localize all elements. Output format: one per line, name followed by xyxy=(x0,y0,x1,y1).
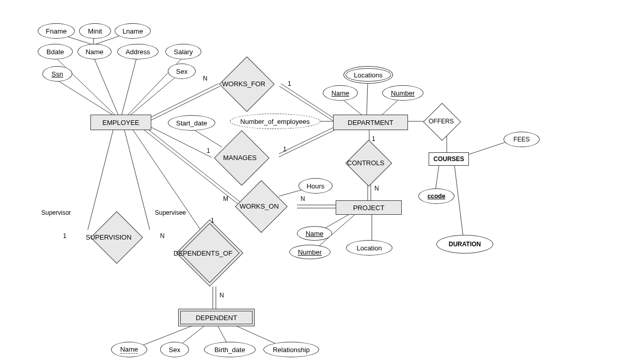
svg-line-5 xyxy=(121,57,137,116)
attr-name-emp: Name xyxy=(77,44,112,59)
card-n-controls: N xyxy=(374,185,379,192)
entity-project: PROJECT xyxy=(336,200,402,215)
svg-line-45 xyxy=(454,165,463,238)
attr-name-proj: Name xyxy=(297,226,332,241)
card-1-controls: 1 xyxy=(372,135,375,143)
svg-line-33 xyxy=(124,128,150,230)
role-supervisee: Supervisee xyxy=(155,209,186,216)
svg-line-34 xyxy=(132,128,204,235)
card-1-supervision: 1 xyxy=(63,232,67,240)
entity-department: DEPARTMENT xyxy=(333,115,408,130)
card-1-manages-r: 1 xyxy=(283,146,287,153)
attr-location-proj: Location xyxy=(346,240,392,256)
card-n-depof: N xyxy=(219,292,224,299)
role-supervisor: Supervisor xyxy=(41,209,71,216)
attr-name-dep: Name xyxy=(111,342,147,357)
attr-number-proj: Number xyxy=(289,245,331,259)
attr-num-employees: Number_of_employees xyxy=(230,114,320,129)
svg-line-20 xyxy=(382,98,400,115)
attr-sex: Sex xyxy=(168,64,196,79)
svg-line-9 xyxy=(150,84,218,118)
attr-minit: Minit xyxy=(79,23,111,39)
svg-line-4 xyxy=(55,57,116,116)
attr-number-dept: Number xyxy=(382,85,423,101)
svg-line-15 xyxy=(279,127,341,157)
attr-start-date: Start_date xyxy=(168,115,215,131)
attr-duration: DURATION xyxy=(436,235,493,254)
svg-line-8 xyxy=(129,75,178,116)
attr-locations: Locations xyxy=(343,66,393,84)
attr-ccode: ccode xyxy=(418,188,454,204)
attr-hours: Hours xyxy=(298,178,333,194)
attr-fname: Fname xyxy=(38,23,75,39)
svg-line-19 xyxy=(341,98,361,115)
card-n-worksfor: N xyxy=(203,75,208,82)
attr-birth-date: Birth_date xyxy=(204,342,256,357)
attr-lname: Lname xyxy=(115,23,151,39)
svg-line-44 xyxy=(435,165,439,191)
svg-line-7 xyxy=(57,80,115,116)
card-n-workson: N xyxy=(301,195,305,202)
svg-line-16 xyxy=(191,128,222,147)
svg-line-18 xyxy=(367,83,368,115)
card-m-workson: M xyxy=(223,195,228,202)
entity-employee: EMPLOYEE xyxy=(90,115,151,130)
svg-line-3 xyxy=(93,57,119,116)
attr-sex-dep: Sex xyxy=(160,342,189,357)
card-n-supervision: N xyxy=(160,232,165,240)
attr-bdate: Bdate xyxy=(38,44,73,59)
entity-courses: COURSES xyxy=(429,152,469,166)
entity-dependent: DEPENDENT xyxy=(178,309,255,326)
attr-address: Address xyxy=(117,44,159,59)
card-1-depof: 1 xyxy=(211,217,214,224)
attr-ssn: Ssn xyxy=(42,66,72,82)
attr-fees: FEES xyxy=(504,132,540,147)
svg-line-32 xyxy=(88,128,114,230)
attr-name-dept: Name xyxy=(323,85,358,101)
card-1-worksfor: 1 xyxy=(288,80,291,87)
card-1-manages-l: 1 xyxy=(207,147,210,154)
attr-salary: Salary xyxy=(165,44,201,59)
attr-relationship: Relationship xyxy=(263,342,319,357)
